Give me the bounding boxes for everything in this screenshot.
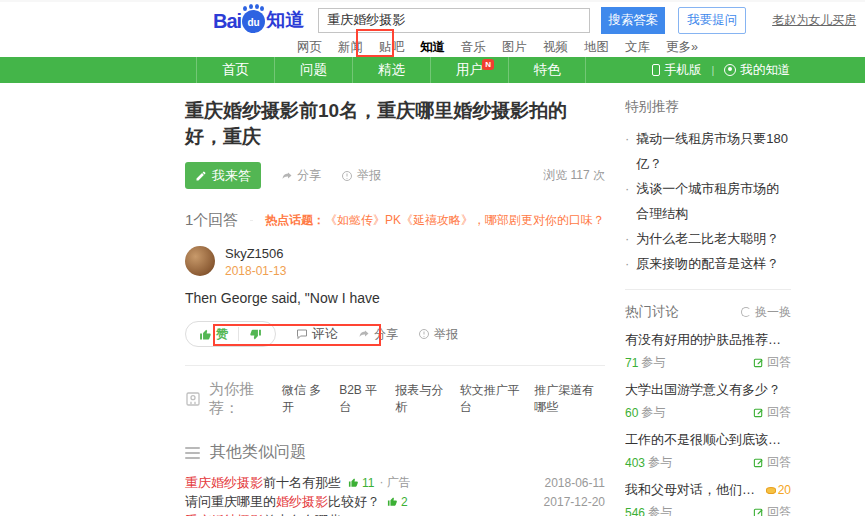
nav-separator: | [712,64,715,76]
recommend-link[interactable]: 微信 多开 [282,382,325,416]
search-tab[interactable]: 视频 [543,39,568,56]
recommend-link[interactable]: 软文推广平台 [460,382,521,416]
search-tab[interactable]: 网页 [297,39,322,56]
hot-discussion-section: 热门讨论 换一换 有没有好用的护肤品推荐下，最好国内网... 71 参与 回答 … [625,303,791,516]
top-header: Bai du 知道 搜索答案 我要提问 老赵为女儿买房 [0,0,865,38]
question-title: 重庆婚纱摄影前10名，重庆哪里婚纱摄影拍的好，重庆 [185,98,605,150]
comment-bubble-icon [296,328,308,340]
search-tab[interactable]: 更多» [666,39,698,56]
nav-item[interactable]: 特色N [508,57,586,83]
recommend-links: 微信 多开B2B 平台报表与分析软文推广平台推广渠道有哪些 [282,382,605,416]
pencil-square-icon [753,357,764,368]
answer-date: 2018-01-13 [225,264,286,278]
answer-link[interactable]: 回答 [753,404,791,421]
hot-topic-banner[interactable]: 热点话题：《如懿传》PK《延禧攻略》，哪部剧更对你的口味？ [265,212,605,229]
similar-question-row: 重庆婚纱摄影前十名有那些 11 · 广告 2018-06-11 [185,473,605,492]
answer-now-button[interactable]: 我来答 [185,162,261,189]
similar-question-link[interactable]: 重庆婚纱摄影前十名有哪些 [185,512,341,516]
report-answer-button[interactable]: 举报 [418,326,458,343]
nav-right-group: 手机版 | 我的知道 [652,57,790,83]
participant-count: 546 [625,506,645,516]
nav-item[interactable]: 首页N [196,57,274,83]
participant-count: 60 [625,406,638,420]
pencil-square-icon [753,407,764,418]
special-recommend-list: 撬动一线租房市场只要180亿？浅谈一个城市租房市场的合理结构为什么老二比老大聪明… [625,126,791,276]
question-date: 2018-06-11 [545,476,606,490]
special-recommend-item[interactable]: 原来接吻的配音是这样？ [625,251,791,276]
thumbs-up-button[interactable]: 赞 [199,326,228,343]
search-tab[interactable]: 贴吧 [379,39,404,56]
ask-question-button[interactable]: 我要提问 [678,7,746,34]
answer-link[interactable]: 回答 [753,504,791,516]
answer-count-label: 1个回答 [185,211,238,230]
thumbs-down-button[interactable] [249,328,262,341]
question-action-bar: 我来答 分享 举报 浏览 117 次 [185,162,605,189]
search-vertical-tabs: 网页新闻贴吧知道音乐图片视频地图文库更多» [0,38,865,57]
comment-button[interactable]: 评论 [296,325,338,343]
similar-questions-title: 其他类似问题 [210,442,306,463]
similar-questions-section: 其他类似问题 重庆婚纱摄影前十名有那些 11 · 广告 2018-06-11 请… [185,442,605,516]
recommend-link[interactable]: 报表与分析 [395,382,446,416]
similar-question-link[interactable]: 请问重庆哪里的婚纱摄影比较好？ [185,493,380,511]
participant-count: 403 [625,456,645,470]
answerer-name[interactable]: SkyZ1506 [225,246,286,261]
new-badge: N [482,59,494,70]
share-answer-button[interactable]: 分享 [358,326,398,343]
pencil-icon [195,170,207,182]
search-tab[interactable]: 音乐 [461,39,486,56]
similar-question-link[interactable]: 重庆婚纱摄影前十名有那些 [185,474,341,492]
special-recommend-section: 特别推荐 撬动一线租房市场只要180亿？浅谈一个城市租房市场的合理结构为什么老二… [625,98,791,276]
sidebar-divider [625,289,791,290]
search-tab[interactable]: 文库 [625,39,650,56]
recommend-label: 为你推荐： [209,380,274,418]
special-recommend-item[interactable]: 浅谈一个城市租房市场的合理结构 [625,176,791,226]
nav-item[interactable]: 精选N [352,57,430,83]
hot-discussion-list: 有没有好用的护肤品推荐下，最好国内网... 71 参与 回答 大学出国游学意义有… [625,331,791,516]
participate-label: 参与 [641,354,665,371]
hot-discussion-item: 我和父母对话，他们总说我顶嘴，...20 546 参与 回答 [625,481,791,516]
user-circle-icon [724,64,736,76]
search-input[interactable] [318,8,590,33]
answer-link[interactable]: 回答 [753,454,791,471]
hot-discussion-item: 工作的不是很顺心到底该不换？ 403 参与 回答 [625,431,791,471]
recommend-link[interactable]: B2B 平台 [339,382,381,416]
refresh-button[interactable]: 换一换 [741,304,791,321]
answer-link[interactable]: 回答 [753,354,791,371]
search-tab[interactable]: 地图 [584,39,609,56]
search-tab[interactable]: 知道 [420,39,445,56]
recommend-link[interactable]: 推广渠道有哪些 [534,382,605,416]
similar-questions-list: 重庆婚纱摄影前十名有那些 11 · 广告 2018-06-11 请问重庆哪里的婚… [185,473,605,516]
share-question-button[interactable]: 分享 [281,167,321,184]
thumbs-down-icon [249,328,262,341]
section-divider [185,365,605,366]
nav-item[interactable]: 用户N [430,57,508,83]
share-icon [358,328,370,340]
baidu-paw-icon: du [242,10,265,33]
promo-link[interactable]: 老赵为女儿买房 [772,12,856,29]
mobile-version-link[interactable]: 手机版 [652,62,702,79]
report-question-button[interactable]: 举报 [341,167,381,184]
answerer-avatar[interactable] [185,246,215,276]
divider-line [250,220,253,221]
similar-question-row: 重庆婚纱摄影前十名有哪些 5 2017-08-03 [185,511,605,516]
hot-discussion-item: 有没有好用的护肤品推荐下，最好国内网... 71 参与 回答 [625,331,791,371]
hot-discussion-item: 大学出国游学意义有多少？ 60 参与 回答 [625,381,791,421]
search-tab[interactable]: 图片 [502,39,527,56]
special-recommend-item[interactable]: 为什么老二比老大聪明？ [625,226,791,251]
coin-reward: 20 [766,483,791,497]
special-recommend-title: 特别推荐 [625,98,791,116]
participate-label: 参与 [641,404,665,421]
zhidao-nav-bar: 首页N问题N精选N用户N特色N 手机版 | 我的知道 [0,57,865,83]
thumbs-up-icon [387,496,398,507]
vote-pill: 赞 [185,321,276,347]
answer-content: Then George said, "Now I have [185,290,605,306]
thumbs-up-icon [199,328,212,341]
list-icon [185,447,200,459]
special-recommend-item[interactable]: 撬动一线租房市场只要180亿？ [625,126,791,176]
my-zhidao-link[interactable]: 我的知道 [724,62,790,79]
answer-action-bar: 赞 评论 分享 举报 [185,321,605,347]
nav-item[interactable]: 问题N [274,57,352,83]
baidu-zhidao-logo[interactable]: Bai du 知道 [213,7,304,33]
search-answers-button[interactable]: 搜索答案 [601,7,665,34]
search-tab[interactable]: 新闻 [338,39,363,56]
